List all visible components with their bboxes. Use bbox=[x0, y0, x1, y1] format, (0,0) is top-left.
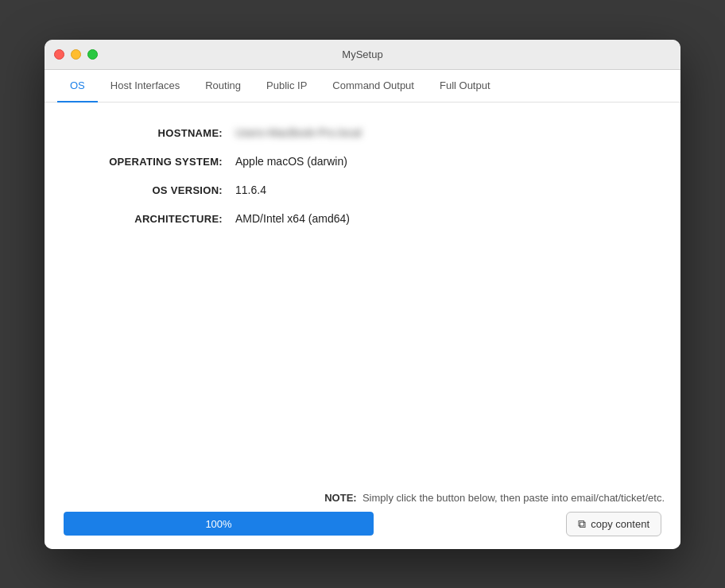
note-label: NOTE: bbox=[324, 492, 356, 504]
os-version-row: OS VERSION: 11.6.4 bbox=[76, 176, 649, 204]
tab-routing[interactable]: Routing bbox=[192, 70, 254, 103]
hostname-row: HOSTNAME: Users-MacBook-Pro.local bbox=[76, 118, 649, 147]
copy-icon: ⧉ bbox=[578, 517, 586, 531]
progress-label: 100% bbox=[205, 518, 231, 530]
os-version-label: OS VERSION: bbox=[76, 184, 235, 196]
os-version-value: 11.6.4 bbox=[235, 184, 266, 196]
minimize-button[interactable] bbox=[71, 49, 81, 60]
os-value: Apple macOS (darwin) bbox=[235, 155, 347, 168]
copy-content-button[interactable]: ⧉ copy content bbox=[566, 512, 661, 536]
footer: NOTE: Simply click the button below, the… bbox=[45, 484, 680, 549]
tab-public-ip[interactable]: Public IP bbox=[254, 70, 320, 103]
hostname-value: Users-MacBook-Pro.local bbox=[235, 126, 362, 139]
content-area: HOSTNAME: Users-MacBook-Pro.local OPERAT… bbox=[45, 103, 680, 484]
note-text: Simply click the button below, then past… bbox=[362, 492, 665, 504]
architecture-value: AMD/Intel x64 (amd64) bbox=[235, 212, 350, 225]
progress-container: 100% bbox=[64, 512, 374, 536]
hostname-label: HOSTNAME: bbox=[76, 127, 235, 139]
progress-bar: 100% bbox=[64, 512, 374, 536]
tab-bar: OS Host Interfaces Routing Public IP Com… bbox=[45, 70, 680, 103]
window-title: MySetup bbox=[342, 48, 382, 60]
titlebar: MySetup bbox=[45, 40, 680, 70]
note-row: NOTE: Simply click the button below, the… bbox=[60, 492, 665, 504]
os-label: OPERATING SYSTEM: bbox=[76, 156, 235, 168]
copy-button-label: copy content bbox=[591, 518, 649, 530]
tab-command-output[interactable]: Command Output bbox=[320, 70, 427, 103]
bottom-bar: 100% ⧉ copy content bbox=[60, 512, 665, 536]
close-button[interactable] bbox=[54, 49, 64, 60]
tab-os[interactable]: OS bbox=[57, 70, 98, 103]
tab-full-output[interactable]: Full Output bbox=[427, 70, 503, 103]
maximize-button[interactable] bbox=[87, 49, 98, 60]
architecture-label: ARCHITECTURE: bbox=[76, 213, 235, 225]
traffic-lights bbox=[54, 49, 98, 60]
tab-host-interfaces[interactable]: Host Interfaces bbox=[98, 70, 192, 103]
app-window: MySetup OS Host Interfaces Routing Publi… bbox=[45, 40, 680, 549]
os-row: OPERATING SYSTEM: Apple macOS (darwin) bbox=[76, 147, 649, 176]
architecture-row: ARCHITECTURE: AMD/Intel x64 (amd64) bbox=[76, 204, 649, 233]
